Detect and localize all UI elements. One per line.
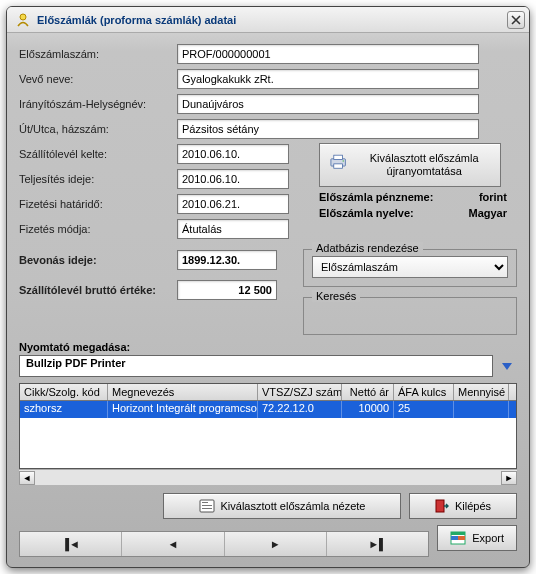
currency-info: Előszámla pénzneme: forint: [319, 191, 517, 203]
record-navigator: ▐◄ ◄ ► ►▌: [19, 531, 429, 557]
input-iranyitoszam[interactable]: [177, 94, 479, 114]
scroll-left-icon[interactable]: ◄: [19, 471, 35, 485]
label-brutto: Szállítólevél bruttó értéke:: [19, 284, 177, 296]
currency-label: Előszámla pénzneme:: [319, 191, 433, 203]
sort-select[interactable]: Előszámlaszám: [312, 256, 508, 278]
col-megnevezes[interactable]: Megnevezés: [108, 384, 258, 400]
cell-vtsz: 72.22.12.0: [258, 401, 342, 418]
input-brutto[interactable]: [177, 280, 277, 300]
label-fizetes-modja: Fizetés módja:: [19, 223, 177, 235]
input-fizetesi-hatarido[interactable]: [177, 194, 289, 214]
window: Előszámlák (proforma számlák) adatai Elő…: [6, 6, 530, 568]
sort-legend: Adatbázis rendezése: [312, 242, 423, 254]
svg-point-4: [342, 160, 343, 161]
input-teljesites-ideje[interactable]: [177, 169, 289, 189]
export-label: Export: [472, 532, 504, 544]
printer-icon: [328, 153, 348, 177]
sort-group: Adatbázis rendezése Előszámlaszám: [303, 249, 517, 287]
svg-rect-11: [451, 532, 465, 535]
search-legend: Keresés: [312, 290, 360, 302]
view-label: Kiválasztott előszámla nézete: [221, 500, 366, 512]
printer-label: Nyomtató megadása:: [19, 341, 517, 353]
grid-header: Cikk/Szolg. kód Megnevezés VTSZ/SZJ szám…: [20, 384, 516, 401]
col-mennyiseg[interactable]: Mennyisé: [454, 384, 509, 400]
close-button[interactable]: [507, 11, 525, 29]
svg-rect-6: [202, 502, 208, 503]
input-ut-utca[interactable]: [177, 119, 479, 139]
reprint-label: Kiválasztott előszámla újranyomtatása: [356, 152, 492, 178]
svg-point-0: [20, 14, 26, 20]
exit-button[interactable]: Kilépés: [409, 493, 517, 519]
app-icon: [15, 12, 31, 28]
grid-hscroll[interactable]: ◄ ►: [19, 469, 517, 485]
svg-rect-8: [202, 508, 212, 509]
svg-rect-7: [202, 505, 212, 506]
language-label: Előszámla nyelve:: [319, 207, 414, 219]
svg-rect-2: [334, 155, 343, 159]
content: Előszámlaszám: Vevő neve: Irányítószám-H…: [7, 33, 529, 567]
col-vtsz[interactable]: VTSZ/SZJ szám: [258, 384, 342, 400]
col-afa[interactable]: ÁFA kulcs: [394, 384, 454, 400]
dropdown-icon[interactable]: [497, 356, 517, 376]
language-info: Előszámla nyelve: Magyar: [319, 207, 517, 219]
svg-rect-9: [436, 500, 444, 512]
input-bevonas-ideje[interactable]: [177, 250, 277, 270]
svg-rect-3: [334, 164, 343, 168]
label-teljesites-ideje: Teljesítés ideje:: [19, 173, 177, 185]
nav-last[interactable]: ►▌: [327, 538, 428, 550]
nav-prev[interactable]: ◄: [122, 538, 223, 550]
reprint-button[interactable]: Kiválasztott előszámla újranyomtatása: [319, 143, 501, 187]
col-kod[interactable]: Cikk/Szolg. kód: [20, 384, 108, 400]
label-ut-utca: Út/Utca, házszám:: [19, 123, 177, 135]
scroll-right-icon[interactable]: ►: [501, 471, 517, 485]
col-netto[interactable]: Nettó ár: [342, 384, 394, 400]
cell-kod: szhorsz: [20, 401, 108, 418]
exit-icon: [435, 499, 449, 513]
table-row[interactable]: szhorsz Horizont Integrált programcso 72…: [20, 401, 516, 418]
line-items-grid[interactable]: Cikk/Szolg. kód Megnevezés VTSZ/SZJ szám…: [19, 383, 517, 469]
cell-netto: 10000: [342, 401, 394, 418]
label-fizetesi-hatarido: Fizetési határidő:: [19, 198, 177, 210]
titlebar: Előszámlák (proforma számlák) adatai: [7, 7, 529, 33]
input-szallitolevel-kelte[interactable]: [177, 144, 289, 164]
grid-body: szhorsz Horizont Integrált programcso 72…: [20, 401, 516, 468]
cell-afa: 25: [394, 401, 454, 418]
cell-menny: [454, 401, 509, 418]
input-eloszamlaszam[interactable]: [177, 44, 479, 64]
cell-megn: Horizont Integrált programcso: [108, 401, 258, 418]
currency-value: forint: [479, 191, 507, 203]
svg-rect-12: [451, 536, 458, 540]
printer-select[interactable]: Bullzip PDF Printer: [19, 355, 493, 377]
export-button[interactable]: Export: [437, 525, 517, 551]
exit-label: Kilépés: [455, 500, 491, 512]
label-szallitolevel-kelte: Szállítólevél kelte:: [19, 148, 177, 160]
nav-next[interactable]: ►: [225, 538, 326, 550]
language-value: Magyar: [468, 207, 507, 219]
search-group: Keresés: [303, 297, 517, 335]
label-vevo-neve: Vevő neve:: [19, 73, 177, 85]
view-icon: [199, 499, 215, 513]
input-vevo-neve[interactable]: [177, 69, 479, 89]
export-icon: [450, 531, 466, 545]
label-eloszamlaszam: Előszámlaszám:: [19, 48, 177, 60]
view-button[interactable]: Kiválasztott előszámla nézete: [163, 493, 401, 519]
window-title: Előszámlák (proforma számlák) adatai: [37, 14, 507, 26]
label-iranyitoszam: Irányítószám-Helységnév:: [19, 98, 177, 110]
input-fizetes-modja[interactable]: [177, 219, 289, 239]
svg-rect-13: [458, 536, 465, 540]
label-bevonas-ideje: Bevonás ideje:: [19, 254, 177, 266]
nav-first[interactable]: ▐◄: [20, 538, 121, 550]
